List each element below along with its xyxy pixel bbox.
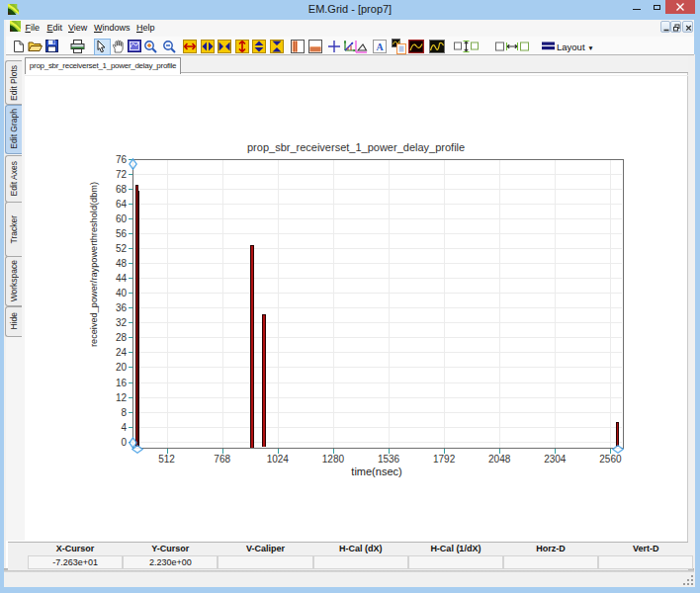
svg-text:A: A [376, 41, 384, 51]
